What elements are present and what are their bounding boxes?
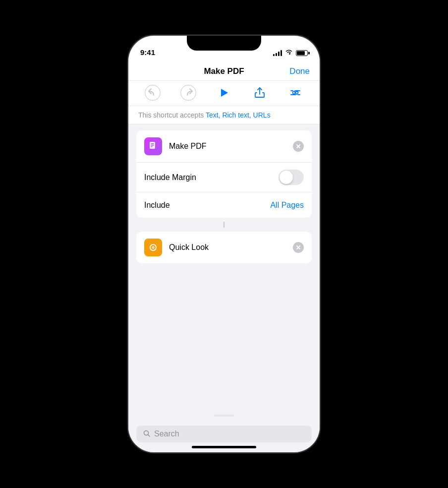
screen-content: Make PDF Done [128, 61, 320, 452]
svg-rect-9 [151, 145, 154, 146]
battery-icon [296, 50, 308, 56]
search-input-placeholder: Search [154, 429, 179, 438]
undo-button[interactable] [145, 85, 161, 101]
pdf-icon [144, 137, 162, 155]
page-title: Make PDF [204, 66, 244, 76]
phone-frame: 9:41 Make PDF Done [127, 35, 321, 453]
search-bar[interactable]: Search [136, 426, 312, 442]
include-value[interactable]: All Pages [270, 201, 304, 210]
toolbar [128, 81, 320, 106]
scroll-indicator [214, 415, 234, 417]
settings-button[interactable] [287, 85, 303, 101]
svg-point-13 [153, 247, 154, 248]
include-margin-toggle[interactable] [279, 170, 304, 185]
accepts-bar: This shortcut accepts Text, Rich text, U… [128, 106, 320, 124]
quick-look-close-button[interactable] [293, 242, 304, 253]
play-button[interactable] [216, 85, 232, 101]
svg-point-1 [293, 92, 295, 94]
include-margin-label: Include Margin [144, 173, 279, 182]
signal-icon [273, 50, 282, 56]
svg-rect-10 [151, 146, 153, 147]
status-icons [273, 49, 308, 57]
status-time: 9:41 [140, 48, 155, 57]
include-pages-row: Include All Pages [136, 192, 312, 218]
toggle-knob [280, 171, 293, 184]
include-label: Include [144, 201, 270, 210]
search-icon [143, 430, 150, 438]
svg-marker-0 [221, 89, 228, 97]
make-pdf-header-row: Make PDF [136, 130, 312, 162]
quick-look-label: Quick Look [169, 243, 288, 252]
home-indicator[interactable] [192, 446, 256, 448]
make-pdf-label: Make PDF [169, 142, 288, 151]
quick-look-row: Quick Look [136, 232, 312, 263]
scroll-area[interactable]: Make PDF Include Margin Include All Page… [128, 124, 320, 412]
accepts-links[interactable]: Text, Rich text, URLs [206, 111, 271, 119]
include-margin-row: Include Margin [136, 162, 312, 192]
wifi-icon [285, 49, 293, 57]
done-button[interactable]: Done [289, 66, 310, 76]
notch [187, 36, 261, 51]
svg-point-2 [296, 92, 298, 94]
accepts-text: This shortcut accepts [138, 111, 206, 119]
share-button[interactable] [252, 85, 268, 101]
redo-button[interactable] [180, 85, 196, 101]
make-pdf-card: Make PDF Include Margin Include All Page… [136, 130, 312, 218]
quick-look-card: Quick Look [136, 232, 312, 263]
quicklook-icon [144, 239, 162, 256]
svg-rect-8 [151, 143, 154, 144]
drag-handle [224, 222, 224, 228]
header: Make PDF Done [128, 61, 320, 81]
svg-line-15 [148, 434, 150, 436]
make-pdf-close-button[interactable] [293, 141, 304, 152]
